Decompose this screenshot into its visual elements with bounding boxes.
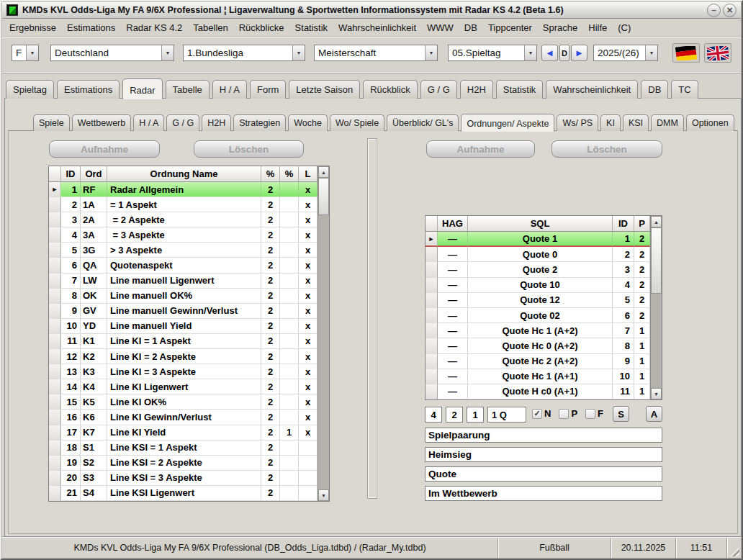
orders-table-row[interactable]: 21S4Line KSI Ligenwert2 (49, 486, 318, 501)
scroll-up-icon[interactable]: ▲ (651, 216, 662, 227)
column-header-hag[interactable]: HAG (438, 216, 468, 232)
orders-table-row[interactable]: 53G> 3 Aspekte2x (49, 243, 318, 258)
menu-item-tabellen[interactable]: Tabellen (193, 22, 228, 33)
num-box-4[interactable]: 1 Q (487, 407, 526, 423)
sql-table-row[interactable]: —Quote H c0 (A+1)111 (425, 384, 650, 399)
loeschen-button-right[interactable]: Löschen (551, 140, 662, 158)
league-select[interactable]: 1.Bundesliga ▼ (183, 45, 305, 61)
scroll-up-icon[interactable]: ▲ (318, 166, 329, 178)
text-field-quote[interactable]: Quote (425, 466, 662, 482)
season-select[interactable]: 2025/(26) ▼ (593, 45, 658, 61)
tab-ki[interactable]: KI (600, 114, 621, 131)
orders-table-scrollbar[interactable]: ▲ ▼ (318, 166, 329, 501)
scroll-down-icon[interactable]: ▼ (651, 388, 662, 399)
menu-item-c[interactable]: (C) (618, 22, 631, 33)
orders-table-row[interactable]: 10YDLine manuell Yield2x (49, 319, 318, 334)
tab-überblick-gl-s[interactable]: Überblick/ GL's (387, 114, 459, 131)
orders-table-row[interactable]: 18S1Line KSI = 1 Aspekt2 (49, 441, 318, 456)
loeschen-button-left[interactable]: Löschen (194, 140, 304, 158)
menu-item-wahrscheinlichkeit[interactable]: Wahrscheinlichkeit (338, 22, 416, 33)
chevron-down-icon[interactable]: ▼ (425, 45, 437, 60)
menu-item-ergebnisse[interactable]: Ergebnisse (9, 22, 56, 33)
tab-ksi[interactable]: KSI (623, 114, 649, 131)
checkbox-n[interactable]: ✓N (532, 408, 551, 419)
chevron-down-icon[interactable]: ▼ (524, 45, 536, 60)
sql-table-row[interactable]: —Quote Hc 2 (A+2)91 (425, 354, 650, 369)
orders-table-row[interactable]: 12K2Line KI = 2 Aspekte2x (49, 349, 318, 364)
next-matchday-button[interactable]: ► (571, 45, 587, 61)
orders-table-row[interactable]: ►1RFRadar Allgemein2x (49, 182, 318, 197)
orders-table-row[interactable]: 15K5Line KI OK%2x (49, 394, 318, 410)
checkbox-box-p[interactable] (559, 409, 569, 419)
tab-spiele[interactable]: Spiele (33, 114, 70, 131)
orders-table-row[interactable]: 32A = 2 Aspekte2x (49, 212, 318, 227)
minimize-button[interactable]: – (707, 4, 721, 17)
sql-table-row[interactable]: —Quote 0262 (425, 308, 650, 323)
orders-table-row[interactable]: 9GVLine manuell Gewinn/Verlust2x (49, 304, 318, 319)
column-header-id[interactable]: ID (613, 216, 634, 232)
sport-select[interactable]: F ▼ (12, 45, 39, 61)
tab-statistik[interactable]: Statistik (496, 80, 544, 99)
column-header-l[interactable]: L (299, 166, 318, 182)
orders-table-row[interactable]: 19S2Line KSI = 2 Aspekte2 (49, 456, 318, 471)
tab-radar[interactable]: Radar (122, 78, 162, 99)
column-header-col3[interactable]: % (261, 166, 280, 182)
tab-wo-spiele[interactable]: Wo/ Spiele (330, 114, 384, 131)
orders-table-row[interactable]: 8OKLine manuell OK%2x (49, 289, 318, 304)
menu-item-www[interactable]: WWW (427, 22, 454, 33)
german-language-button[interactable] (672, 43, 700, 63)
scroll-down-icon[interactable]: ▼ (318, 489, 329, 501)
num-box-1[interactable]: 4 (425, 407, 442, 423)
orders-table-row[interactable]: 20S3Line KSI = 3 Aspekte2 (49, 471, 318, 486)
aufnahme-button-left[interactable]: Aufnahme (49, 140, 160, 158)
checkbox-box-f[interactable] (585, 409, 595, 419)
scrollbar-thumb[interactable] (651, 227, 662, 294)
tab-ordnungen-aspekte[interactable]: Ordnungen/ Aspekte (461, 114, 554, 132)
column-header-ord[interactable]: Ord (81, 166, 107, 182)
sql-table-row[interactable]: ►—Quote 112 (425, 232, 650, 247)
menu-item-statistik[interactable]: Statistik (295, 22, 328, 33)
competition-select[interactable]: Meisterschaft ▼ (314, 45, 438, 61)
scrollbar-thumb[interactable] (318, 178, 329, 215)
country-select[interactable]: Deutschland ▼ (50, 45, 174, 61)
english-language-button[interactable] (704, 43, 731, 63)
tab-estimations[interactable]: Estimations (57, 80, 120, 99)
tab-spieltag[interactable]: Spieltag (6, 80, 54, 99)
day-button[interactable]: D (559, 45, 569, 61)
tab-wettbewerb[interactable]: Wettbewerb (72, 114, 131, 131)
chevron-down-icon[interactable]: ▼ (26, 45, 38, 60)
num-box-2[interactable]: 2 (446, 407, 463, 423)
column-header-ordnung-name[interactable]: Ordnung Name (107, 166, 261, 182)
menu-item-hilfe[interactable]: Hilfe (588, 22, 607, 33)
orders-table-row[interactable]: 13K3Line KI = 3 Aspekte2x (49, 364, 318, 379)
tab-h2h[interactable]: H2H (460, 80, 493, 99)
sql-table-row[interactable]: —Quote 022 (425, 247, 650, 262)
column-header-col4[interactable]: % (280, 166, 299, 182)
orders-table-row[interactable]: 21A= 1 Aspekt2x (49, 197, 318, 212)
orders-table-row[interactable]: 43A = 3 Aspekte2x (49, 227, 318, 243)
column-header-sql[interactable]: SQL (468, 216, 613, 232)
checkbox-box-n[interactable]: ✓ (532, 409, 542, 419)
orders-table-row[interactable]: 7LWLine manuell Ligenwert2x (49, 274, 318, 289)
text-field-spielpaarung[interactable]: Spielpaarung (425, 428, 662, 443)
checkbox-f[interactable]: F (585, 408, 603, 419)
sql-table-row[interactable]: —Quote Hc 1 (A+2)71 (425, 323, 650, 338)
tab-ws-ps[interactable]: Ws/ PS (557, 114, 598, 131)
menu-item-sprache[interactable]: Sprache (543, 22, 577, 33)
aufnahme-button-right[interactable]: Aufnahme (426, 140, 535, 158)
column-header-id[interactable]: ID (61, 166, 81, 182)
menu-item-radar-ks-4-2[interactable]: Radar KS 4.2 (126, 22, 182, 33)
num-box-3[interactable]: 1 (467, 407, 484, 423)
orders-table-row[interactable]: 16K6Line KI Gewinn/Verlust2x (49, 410, 318, 425)
sql-table-scrollbar[interactable]: ▲ ▼ (650, 216, 662, 399)
tab-letzte-saison[interactable]: Letzte Saison (289, 80, 360, 99)
menu-item-estimations[interactable]: Estimations (67, 22, 115, 33)
tab-optionen[interactable]: Optionen (686, 114, 734, 131)
tab-h2h[interactable]: H2H (202, 114, 231, 131)
tab-g-g[interactable]: G / G (420, 80, 457, 99)
chevron-down-icon[interactable]: ▼ (292, 45, 305, 60)
s-button[interactable]: S (613, 406, 629, 422)
tab-wahrscheinlichkeit[interactable]: Wahrscheinlichkeit (546, 80, 638, 99)
column-header-p[interactable]: P (634, 216, 650, 232)
text-field-heimsieg[interactable]: Heimsieg (425, 447, 662, 462)
